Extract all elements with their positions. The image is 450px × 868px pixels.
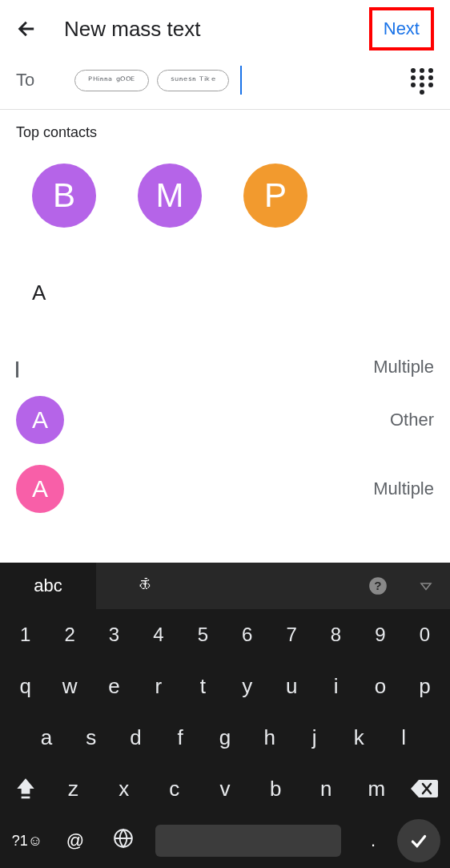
keyboard-number-row: 1 2 3 4 5 6 7 8 9 0 (0, 609, 450, 660)
symbols-key[interactable]: ?1☺ (3, 833, 51, 850)
key-x[interactable]: x (98, 777, 149, 801)
keyboard: abc ಹ ? 1 2 3 4 5 6 7 8 9 0 q w e r t y … (0, 563, 450, 868)
dialpad-icon[interactable] (410, 68, 434, 92)
key-s[interactable]: s (69, 725, 114, 750)
key-g[interactable]: g (203, 725, 247, 750)
spacebar-key[interactable] (155, 825, 341, 857)
key-6[interactable]: 6 (225, 624, 269, 646)
section-header: A (0, 236, 450, 305)
to-label: To (16, 70, 34, 91)
key-7[interactable]: 7 (269, 624, 313, 646)
contact-type: Multiple (373, 478, 434, 499)
key-u[interactable]: u (269, 674, 313, 699)
key-9[interactable]: 9 (358, 624, 402, 646)
key-2[interactable]: 2 (47, 624, 91, 646)
key-1[interactable]: 1 (3, 624, 47, 646)
key-0[interactable]: 0 (403, 624, 447, 646)
at-key[interactable]: @ (51, 830, 99, 851)
top-contacts-row: B M P (0, 141, 450, 236)
key-d[interactable]: d (114, 725, 159, 750)
top-contact-avatar[interactable]: B (32, 164, 96, 228)
key-y[interactable]: y (225, 674, 269, 699)
key-b[interactable]: b (251, 777, 301, 801)
svg-rect-2 (22, 797, 30, 799)
next-button[interactable]: Next (369, 7, 434, 50)
key-4[interactable]: 4 (136, 624, 180, 646)
svg-text:?: ? (374, 579, 381, 592)
contact-type: Multiple (373, 357, 434, 377)
key-w[interactable]: w (47, 674, 91, 699)
header: New mass text Next (0, 0, 450, 58)
globe-icon[interactable] (99, 828, 147, 854)
key-v[interactable]: v (199, 777, 250, 801)
keyboard-row-z: z x c v b n m (0, 763, 450, 814)
key-f[interactable]: f (158, 725, 203, 750)
key-5[interactable]: 5 (181, 624, 225, 646)
recipient-chip[interactable]: ˢᵘⁿᵉˢⁿ ᵀⁱᵏᵉ (157, 70, 230, 91)
top-contact-avatar[interactable]: M (138, 164, 202, 228)
enter-key[interactable] (397, 819, 440, 862)
keyboard-tab-alt[interactable]: ಹ (96, 563, 192, 609)
top-contacts-label: Top contacts (0, 110, 450, 141)
contact-row[interactable]: A Other (0, 386, 450, 454)
key-3[interactable]: 3 (92, 624, 136, 646)
keyboard-tab-abc[interactable]: abc (0, 563, 96, 609)
recipient-chip[interactable]: ᴾᴴⁱⁿⁿᵃ ᵍᴼᴼᴱ (74, 70, 149, 91)
keyboard-row-q: q w e r t y u i o p (0, 660, 450, 712)
contact-row[interactable]: A Multiple (0, 454, 450, 523)
key-p[interactable]: p (403, 674, 447, 699)
key-8[interactable]: 8 (314, 624, 358, 646)
help-icon[interactable]: ? (354, 575, 402, 596)
text-cursor (240, 66, 242, 95)
key-q[interactable]: q (3, 674, 47, 699)
keyboard-row-a: a s d f g h j k l (0, 712, 450, 763)
key-m[interactable]: m (352, 777, 402, 801)
keyboard-bottom-row: ?1☺ @ . (0, 814, 450, 867)
chevron-down-icon[interactable] (402, 579, 450, 593)
key-l[interactable]: l (381, 725, 426, 750)
backspace-key[interactable] (402, 778, 447, 799)
key-c[interactable]: c (149, 777, 199, 801)
contact-row[interactable]: Multiple (0, 337, 450, 386)
key-t[interactable]: t (181, 674, 225, 699)
key-z[interactable]: z (48, 777, 98, 801)
period-key[interactable]: . (349, 830, 397, 851)
top-contact-avatar[interactable]: P (243, 164, 307, 228)
contact-avatar: A (16, 396, 64, 444)
page-title: New mass text (64, 17, 369, 42)
key-i[interactable]: i (314, 674, 358, 699)
contact-indicator (16, 361, 18, 377)
key-h[interactable]: h (247, 725, 292, 750)
key-o[interactable]: o (358, 674, 402, 699)
shift-key[interactable] (3, 777, 48, 801)
key-j[interactable]: j (292, 725, 337, 750)
contact-avatar: A (16, 465, 64, 513)
recipient-chips: ᴾᴴⁱⁿⁿᵃ ᵍᴼᴼᴱ ˢᵘⁿᵉˢⁿ ᵀⁱᵏᵉ (74, 66, 242, 95)
to-field[interactable]: To ᴾᴴⁱⁿⁿᵃ ᵍᴼᴼᴱ ˢᵘⁿᵉˢⁿ ᵀⁱᵏᵉ (0, 58, 450, 110)
contact-type: Other (390, 410, 434, 430)
key-k[interactable]: k (336, 725, 381, 750)
key-n[interactable]: n (301, 777, 352, 801)
key-r[interactable]: r (136, 674, 180, 699)
back-icon[interactable] (16, 18, 38, 40)
key-a[interactable]: a (24, 725, 69, 750)
key-e[interactable]: e (92, 674, 136, 699)
